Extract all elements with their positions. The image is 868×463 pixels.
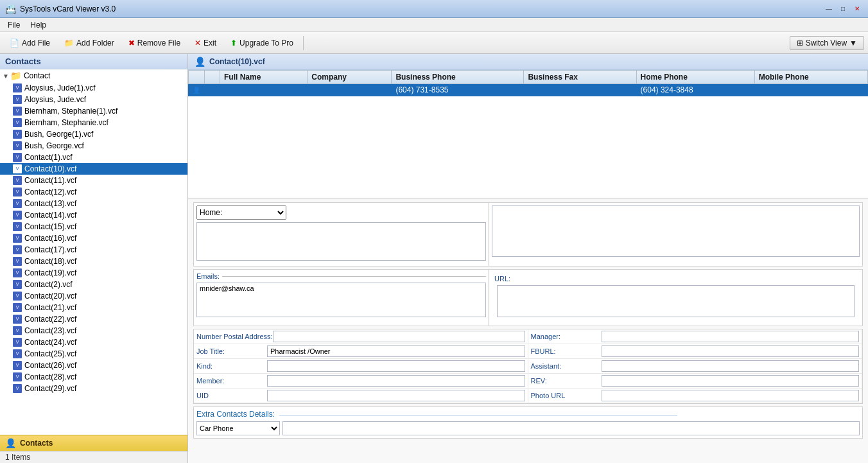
content-file-icon: 👤 <box>195 57 205 67</box>
vcf-icon: V <box>13 118 22 127</box>
address-section: Home: Work: Other: <box>193 202 863 266</box>
field-input-assistant[interactable] <box>602 360 860 372</box>
field-label-manager: Manager: <box>531 333 602 340</box>
field-input-member[interactable] <box>267 375 525 387</box>
address-textarea[interactable] <box>196 222 486 261</box>
close-button[interactable]: ✕ <box>851 3 863 15</box>
sidebar-item-contact20[interactable]: V Contact(20).vcf <box>0 290 187 302</box>
email-textarea[interactable] <box>196 283 486 317</box>
field-input-uid[interactable] <box>267 390 525 401</box>
sidebar-item-contact1[interactable]: V Contact(1).vcf <box>0 152 187 163</box>
sidebar-item-aloysius-jude[interactable]: V Aloysius, Jude.vcf <box>0 94 187 105</box>
remove-file-icon: ✖ <box>128 39 135 48</box>
address-type-select[interactable]: Home: Work: Other: <box>196 205 286 220</box>
menu-help[interactable]: Help <box>25 19 51 31</box>
sidebar-item-contact26[interactable]: V Contact(26).vcf <box>0 360 187 371</box>
remove-file-button[interactable]: ✖ Remove File <box>123 36 186 50</box>
sidebar-item-contact14[interactable]: V Contact(14).vcf <box>0 209 187 221</box>
sidebar-item-aloysius-jude1[interactable]: V Aloysius, Jude(1).vcf <box>0 82 187 94</box>
col-mobile-phone: Mobile Phone <box>754 71 867 84</box>
extra-contacts-label: Extra Contacts Details: <box>196 410 860 419</box>
sidebar-item-biernham[interactable]: V Biernham, Stephanie.vcf <box>0 117 187 128</box>
col-business-fax: Business Fax <box>524 71 636 84</box>
field-row-uid: UID <box>194 389 528 403</box>
field-label-rev: REV: <box>531 377 602 385</box>
collapse-icon[interactable]: ▼ <box>3 73 9 80</box>
add-file-button[interactable]: 📄 Add File <box>4 36 56 50</box>
sidebar-item-contact25[interactable]: V Contact(25).vcf <box>0 348 187 360</box>
sidebar-tree[interactable]: ▼ 📁 Contact V Aloysius, Jude(1).vcf V Al… <box>0 69 187 435</box>
email-left: Emails: <box>194 270 489 326</box>
menu-bar: File Help <box>0 18 868 32</box>
vcf-icon: V <box>13 199 22 208</box>
upgrade-button[interactable]: ⬆ Upgrade To Pro <box>225 36 299 50</box>
contact-icon: 👤 <box>193 87 200 94</box>
field-input-kind[interactable] <box>267 360 525 372</box>
sidebar-item-contact15[interactable]: V Contact(15).vcf <box>0 221 187 232</box>
vcf-icon: V <box>13 315 22 324</box>
sidebar-item-contact19[interactable]: V Contact(19).vcf <box>0 267 187 279</box>
vcf-icon: V <box>13 164 22 173</box>
sidebar-item-contact10[interactable]: V Contact(10).vcf <box>0 163 187 175</box>
vcf-icon: V <box>13 326 22 335</box>
field-input-fburl[interactable] <box>602 345 860 357</box>
sidebar-item-contact22[interactable]: V Contact(22).vcf <box>0 313 187 325</box>
field-input-photourl[interactable] <box>602 390 860 401</box>
add-folder-button[interactable]: 📁 Add Folder <box>58 36 120 50</box>
sidebar-item-contact21[interactable]: V Contact(21).vcf <box>0 302 187 313</box>
maximize-button[interactable]: □ <box>837 3 849 15</box>
switch-view-button[interactable]: ⊞ Switch View ▼ <box>790 36 864 50</box>
sidebar-item-contact17[interactable]: V Contact(17).vcf <box>0 244 187 256</box>
sidebar-item-contact29[interactable]: V Contact(29).vcf <box>0 383 187 394</box>
sidebar-item-contact28[interactable]: V Contact(28).vcf <box>0 371 187 383</box>
field-label-fburl: FBURL: <box>531 347 602 355</box>
switch-view-icon: ⊞ <box>797 39 803 48</box>
extra-value-input[interactable] <box>282 421 860 435</box>
row-mobile-phone <box>754 84 867 96</box>
title-bar: 📇 SysTools vCard Viewer v3.0 — □ ✕ <box>0 0 868 18</box>
menu-file[interactable]: File <box>3 19 25 31</box>
extra-type-select[interactable]: Car Phone Home Fax Work Fax ISDN Other <box>196 421 280 435</box>
upgrade-icon: ⬆ <box>230 39 237 48</box>
col-business-phone: Business Phone <box>392 71 524 84</box>
sidebar-footer: 👤 Contacts <box>0 435 187 451</box>
data-table-wrapper[interactable]: Full Name Company Business Phone Busines… <box>188 70 868 198</box>
field-row-member: Member: <box>194 374 528 389</box>
field-input-manager[interactable] <box>602 331 860 342</box>
sidebar-item-biernham1[interactable]: V Biernham, Stephanie(1).vcf <box>0 105 187 117</box>
minimize-button[interactable]: — <box>823 3 835 15</box>
field-input-jobtitle[interactable] <box>267 345 525 357</box>
contacts-footer-icon: 👤 <box>5 438 16 448</box>
field-input-postal[interactable] <box>273 331 525 342</box>
address-left: Home: Work: Other: <box>194 203 489 266</box>
sidebar-item-contact12[interactable]: V Contact(12).vcf <box>0 186 187 198</box>
sidebar-item-contact23[interactable]: V Contact(23).vcf <box>0 325 187 336</box>
sidebar-item-contact2[interactable]: V Contact(2).vcf <box>0 279 187 290</box>
extra-contacts-row: Car Phone Home Fax Work Fax ISDN Other <box>196 421 860 435</box>
table-row[interactable]: 👤 (604) 731-8535 (604) 324-3848 <box>189 84 868 96</box>
address-map-textarea[interactable] <box>492 205 860 257</box>
field-row-assistant: Assistant: <box>528 359 863 374</box>
sidebar-item-bush[interactable]: V Bush, George.vcf <box>0 140 187 152</box>
url-input[interactable] <box>497 285 855 317</box>
sidebar-item-contact13[interactable]: V Contact(13).vcf <box>0 198 187 209</box>
vcf-icon: V <box>13 176 22 185</box>
exit-button[interactable]: ✕ Exit <box>189 36 222 50</box>
add-folder-icon: 📁 <box>64 39 74 48</box>
sidebar-item-contact24[interactable]: V Contact(24).vcf <box>0 336 187 348</box>
sidebar-item-contact18[interactable]: V Contact(18).vcf <box>0 256 187 267</box>
vcf-icon: V <box>13 361 22 370</box>
email-section: Emails: URL: <box>193 269 863 326</box>
sidebar-item-contact16[interactable]: V Contact(16).vcf <box>0 232 187 244</box>
detail-panel[interactable]: Home: Work: Other: Emails: <box>188 198 868 463</box>
field-label-member: Member: <box>196 377 267 385</box>
field-input-rev[interactable] <box>602 375 860 387</box>
window-controls: — □ ✕ <box>823 3 863 15</box>
vcf-icon: V <box>13 211 22 220</box>
sidebar-item-bush1[interactable]: V Bush, George(1).vcf <box>0 128 187 140</box>
sidebar-item-contact11[interactable]: V Contact(11).vcf <box>0 175 187 186</box>
tree-root-contact[interactable]: ▼ 📁 Contact <box>0 69 187 82</box>
app-title: SysTools vCard Viewer v3.0 <box>20 4 116 13</box>
vcf-icon: V <box>13 141 22 150</box>
status-bar: 1 Items <box>0 451 187 463</box>
